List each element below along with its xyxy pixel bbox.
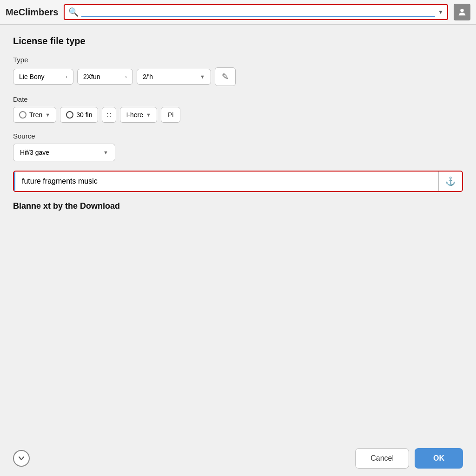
date-radio-2[interactable]: 30 fin [60,107,98,123]
text-input[interactable] [14,172,438,191]
blanne-title: Blanne xt by the Download [13,201,463,211]
search-input[interactable] [81,7,435,17]
source-dropdown[interactable]: Hif/3 gave ▼ [13,144,115,161]
blanne-section: Blanne xt by the Download [13,201,463,211]
anchor-button[interactable]: ⚓ [438,172,462,191]
radio-circle-1 [19,111,26,119]
edit-button[interactable]: ✎ [215,67,236,86]
radio-circle-2 [66,111,73,119]
search-dropdown-arrow-icon[interactable]: ▼ [438,9,443,15]
chevron-right-icon: › [66,74,67,79]
dialog-container: MeClimbers 🔍 ▼ License file type Type Li… [0,0,476,476]
type-field-section: Type Lie Bony › 2Xfun › 2/'h ▼ ✎ [13,56,463,86]
type-select-2[interactable]: 2Xfun › [77,69,133,85]
separator-button[interactable]: ∷ [102,107,116,123]
source-arrow-icon: ▼ [103,150,108,155]
section-title: License file type [13,36,463,46]
date-row: Tren ▼ 30 fin ∷ I-here ▼ Pi [13,107,463,123]
cancel-button[interactable]: Cancel [355,448,409,469]
svg-point-0 [460,9,463,12]
date-select-arrow-icon: ▼ [146,112,151,118]
action-buttons: Cancel OK [355,448,463,469]
chevron-down-icon: ▼ [200,74,205,79]
license-section: License file type [13,36,463,46]
date-select[interactable]: I-here ▼ [120,107,157,123]
bottom-area: Cancel OK [0,441,476,476]
type-label: Type [13,56,463,64]
search-icon: 🔍 [68,7,79,17]
header: MeClimbers 🔍 ▼ [0,0,476,25]
main-content: License file type Type Lie Bony › 2Xfun … [0,25,476,441]
ok-button[interactable]: OK [415,448,463,469]
avatar[interactable] [454,4,470,20]
source-label: Source [13,132,463,140]
pi-button[interactable]: Pi [161,107,180,123]
source-field-section: Source Hif/3 gave ▼ [13,132,463,161]
search-bar[interactable]: 🔍 ▼ [64,4,448,20]
chevron-right-icon-2: › [125,74,127,79]
type-row: Lie Bony › 2Xfun › 2/'h ▼ ✎ [13,67,463,86]
collapse-button[interactable] [13,450,30,467]
date-radio-1[interactable]: Tren ▼ [13,107,56,123]
date-label: Date [13,95,463,103]
type-select-3[interactable]: 2/'h ▼ [137,69,211,85]
type-select-1[interactable]: Lie Bony › [13,69,73,85]
app-title: MeClimbers [6,7,58,18]
text-input-wrapper[interactable]: ⚓ [13,171,463,192]
date-field-section: Date Tren ▼ 30 fin ∷ I-here ▼ Pi [13,95,463,123]
arrow-down-icon: ▼ [45,112,50,118]
